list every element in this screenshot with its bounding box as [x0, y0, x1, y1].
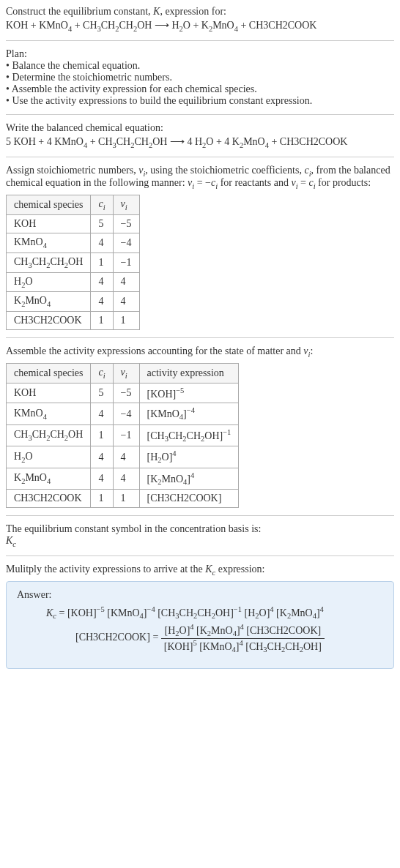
- plan-bullet-1: • Balance the chemical equation.: [6, 60, 394, 72]
- plan-bullet-3: • Assemble the activity expression for e…: [6, 83, 394, 95]
- plan-bullet-4: • Use the activity expressions to build …: [6, 95, 394, 107]
- kc-symbol-block: The equilibrium constant symbol in the c…: [6, 523, 394, 548]
- table-row: H2O44[H2O]4: [7, 446, 239, 468]
- unbalanced-equation: KOH + KMnO4 + CH3CH2CH2OH ⟶ H2O + K2MnO4…: [6, 19, 394, 33]
- col-nui: νi: [113, 195, 139, 215]
- table-row: CH3CH2CH2OH1−1[CH3CH2CH2OH]−1: [7, 424, 239, 446]
- table-row: KMnO44−4[KMnO4]−4: [7, 403, 239, 424]
- balanced-heading: Write the balanced chemical equation:: [6, 122, 394, 134]
- table-row: K2MnO444[K2MnO4]4: [7, 468, 239, 489]
- intro-block: Construct the equilibrium constant, K, e…: [6, 6, 394, 33]
- intro-line1: Construct the equilibrium constant, K, e…: [6, 6, 394, 18]
- answer-line2: [CH3CH2COOK] = [H2O]4 [K2MnO4]4 [CH3CH2C…: [17, 623, 383, 654]
- stoich-table: chemical species ci νi KOH5−5 KMnO44−4 C…: [6, 195, 140, 330]
- plan-bullet-2: • Determine the stoichiometric numbers.: [6, 72, 394, 83]
- col-ci: ci: [91, 195, 113, 215]
- divider: [6, 114, 394, 115]
- denominator: [KOH]5 [KMnO4]4 [CH3CH2CH2OH]: [161, 639, 325, 654]
- divider: [6, 157, 394, 157]
- plan-block: Plan: • Balance the chemical equation. •…: [6, 48, 394, 107]
- activity-table: chemical species ci νi activity expressi…: [6, 363, 239, 508]
- table-row: H2O44: [7, 272, 140, 292]
- divider: [6, 555, 394, 556]
- col-species: chemical species: [7, 195, 91, 215]
- divider: [6, 40, 394, 41]
- assemble-block: Assemble the activity expressions accoun…: [6, 345, 394, 508]
- table-row: CH3CH2COOK11[CH3CH2COOK]: [7, 490, 239, 508]
- balanced-block: Write the balanced chemical equation: 5 …: [6, 122, 394, 149]
- divider: [6, 337, 394, 338]
- table-row: KOH5−5: [7, 214, 140, 233]
- table-row: K2MnO444: [7, 292, 140, 312]
- K-symbol: K: [153, 6, 160, 17]
- assign-block: Assign stoichiometric numbers, νi, using…: [6, 165, 394, 331]
- table-row: KMnO44−4: [7, 233, 140, 252]
- answer-heading: Answer:: [17, 589, 383, 601]
- kc-line1: The equilibrium constant symbol in the c…: [6, 523, 394, 535]
- table-row: chemical species ci νi: [7, 195, 140, 215]
- table-row: KOH5−5[KOH]−5: [7, 383, 239, 403]
- table-row: CH3CH2COOK11: [7, 312, 140, 330]
- intro-text-a: Construct the equilibrium constant,: [6, 6, 153, 17]
- numerator: [H2O]4 [K2MnO4]4 [CH3CH2COOK]: [161, 623, 325, 638]
- plan-heading: Plan:: [6, 48, 394, 60]
- answer-line1: Kc = [KOH]−5 [KMnO4]−4 [CH3CH2CH2OH]−1 […: [17, 605, 383, 620]
- intro-text-b: , expression for:: [160, 6, 226, 17]
- table-row: chemical species ci νi activity expressi…: [7, 363, 239, 383]
- table-row: CH3CH2CH2OH1−1: [7, 252, 140, 272]
- divider: [6, 515, 394, 516]
- balanced-equation: 5 KOH + 4 KMnO4 + CH3CH2CH2OH ⟶ 4 H2O + …: [6, 135, 394, 149]
- answer-box: Answer: Kc = [KOH]−5 [KMnO4]−4 [CH3CH2CH…: [6, 581, 394, 669]
- multiply-block: Mulitply the activity expressions to arr…: [6, 564, 394, 577]
- kc-symbol: Kc: [6, 535, 394, 548]
- fraction: [H2O]4 [K2MnO4]4 [CH3CH2COOK] [KOH]5 [KM…: [161, 623, 325, 654]
